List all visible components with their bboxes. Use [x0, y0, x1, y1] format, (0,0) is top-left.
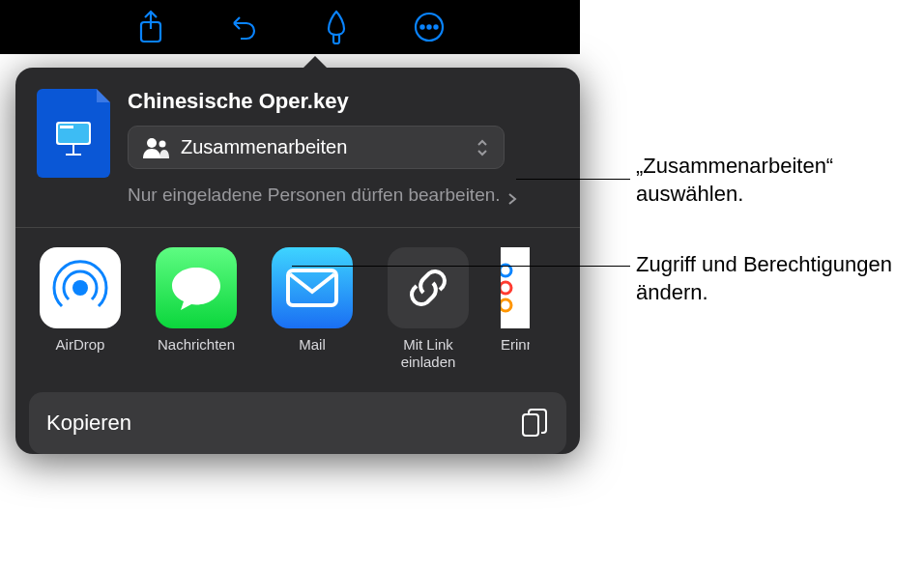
link-icon	[404, 264, 452, 312]
messages-icon	[168, 262, 224, 314]
svg-rect-15	[523, 414, 538, 436]
svg-point-8	[147, 138, 157, 148]
app-label: Mit Link einladen	[385, 336, 472, 371]
share-apps-row: AirDrop Nachrichten Mail	[15, 228, 580, 371]
toolbar	[0, 0, 580, 54]
callout-line	[292, 266, 630, 267]
svg-point-9	[159, 140, 166, 147]
share-icon	[136, 10, 165, 44]
airdrop-icon	[49, 257, 111, 319]
svg-point-14	[501, 299, 511, 311]
format-button[interactable]	[313, 4, 360, 50]
more-icon	[413, 11, 446, 43]
actions-list: Kopieren	[29, 392, 566, 454]
action-label: Kopieren	[46, 411, 520, 436]
svg-point-4	[434, 25, 437, 28]
popover-arrow	[302, 56, 329, 70]
file-title: Chinesische Oper.key	[128, 89, 559, 114]
svg-point-3	[427, 25, 430, 28]
undo-icon	[227, 11, 260, 43]
document-thumbnail	[37, 89, 110, 178]
share-app-messages[interactable]: Nachrichten	[153, 247, 240, 371]
app-label: AirDrop	[56, 336, 105, 371]
permission-settings-link[interactable]: Nur eingeladene Personen dürfen bearbeit…	[128, 183, 559, 208]
chevron-up-down-icon	[475, 137, 490, 158]
app-label: Erinnerungen	[501, 336, 530, 371]
svg-point-10	[72, 280, 88, 296]
callout-text: „Zusammenarbeiten“ auswählen.	[636, 153, 924, 208]
share-sheet: Chinesische Oper.key Zusammenarbeiten Nu…	[15, 68, 580, 454]
collaboration-mode-select[interactable]: Zusammenarbeiten	[128, 126, 505, 169]
app-label: Mail	[299, 336, 326, 371]
collaboration-label: Zusammenarbeiten	[181, 136, 475, 158]
svg-rect-7	[60, 126, 73, 128]
people-icon	[142, 137, 169, 158]
action-copy[interactable]: Kopieren	[29, 392, 566, 454]
copy-icon	[520, 408, 549, 439]
svg-point-13	[501, 282, 511, 294]
keynote-doc-icon	[52, 116, 95, 158]
mail-icon	[284, 267, 340, 309]
app-label: Nachrichten	[158, 336, 235, 371]
permission-text: Nur eingeladene Personen dürfen bearbeit…	[128, 183, 501, 208]
share-app-airdrop[interactable]: AirDrop	[37, 247, 124, 371]
callout-text: Zugriff und Berechtigungen ändern.	[636, 251, 924, 306]
svg-rect-11	[288, 270, 336, 305]
callout-line	[516, 179, 630, 180]
chevron-right-icon	[506, 192, 518, 206]
svg-point-2	[420, 25, 423, 28]
undo-button[interactable]	[220, 4, 267, 50]
paintbrush-icon	[321, 10, 352, 44]
more-button[interactable]	[406, 4, 452, 50]
share-button[interactable]	[128, 4, 174, 50]
